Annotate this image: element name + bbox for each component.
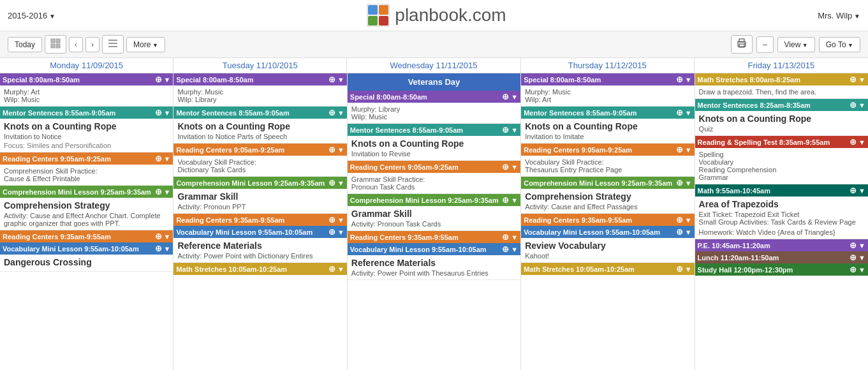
expand-icon[interactable]: ▼	[337, 146, 344, 154]
expand-icon[interactable]: ▼	[337, 179, 344, 187]
lesson-header[interactable]: Reading Centers 9:05am-9:25am ⊕ ▼	[0, 152, 173, 165]
lesson-header[interactable]: Reading & Spelling Test 8:35am-9:55am ⊕ …	[695, 136, 868, 148]
lesson-header[interactable]: Comprehension Mini Lesson 9:25am-9:35am …	[521, 177, 694, 189]
expand-icon[interactable]: ▼	[164, 155, 171, 163]
move-icon[interactable]: ⊕	[502, 195, 509, 205]
lesson-header[interactable]: Reading Centers 9:35am-9:55am ⊕ ▼	[0, 230, 173, 242]
move-icon[interactable]: ⊕	[676, 227, 683, 237]
lesson-header[interactable]: Special 8:00am-8:50am ⊕ ▼	[0, 73, 173, 85]
today-button[interactable]: Today	[8, 37, 42, 52]
goto-button[interactable]: Go To	[819, 37, 860, 52]
expand-icon[interactable]: ▼	[164, 245, 171, 253]
lesson-header[interactable]: Math Stretches 10:05am-10:25am ⊕ ▼	[521, 263, 694, 275]
expand-icon[interactable]: ▼	[164, 188, 171, 196]
lesson-header[interactable]: Special 8:00am-8:50am ⊕ ▼	[348, 91, 520, 103]
move-icon[interactable]: ⊕	[328, 108, 335, 117]
move-icon[interactable]: ⊕	[502, 125, 509, 135]
lesson-header[interactable]: Reading Centers 9:05am-9:25am ⊕ ▼	[521, 144, 694, 156]
lesson-header[interactable]: Reading Centers 9:35am-9:55am ⊕ ▼	[348, 231, 520, 243]
expand-icon[interactable]: ▼	[858, 76, 865, 84]
move-icon[interactable]: ⊕	[850, 137, 857, 147]
move-icon[interactable]: ⊕	[328, 227, 335, 237]
expand-icon[interactable]: ▼	[164, 109, 171, 117]
expand-icon[interactable]: ▼	[685, 146, 692, 154]
expand-icon[interactable]: ▼	[164, 76, 171, 84]
expand-icon[interactable]: ▼	[685, 109, 692, 117]
lesson-header[interactable]: Mentor Sentences 8:55am-9:05am ⊕ ▼	[348, 124, 520, 136]
lesson-header[interactable]: Vocabulary Mini Lesson 9:55am-10:05am ⊕ …	[348, 243, 520, 255]
move-icon[interactable]: ⊕	[850, 100, 857, 110]
expand-icon[interactable]: ▼	[858, 254, 865, 262]
lesson-header[interactable]: Reading Centers 9:35am-9:55am ⊕ ▼	[521, 214, 694, 226]
move-icon[interactable]: ⊕	[850, 253, 857, 262]
list-view-icon[interactable]	[102, 35, 124, 54]
view-button[interactable]: View	[777, 37, 815, 52]
move-icon[interactable]: ⊕	[328, 178, 335, 188]
move-icon[interactable]: ⊕	[155, 108, 162, 117]
lesson-header[interactable]: Reading Centers 9:05am-9:25am ⊕ ▼	[348, 161, 520, 173]
lesson-header[interactable]: Comprehension Mini Lesson 9:25am-9:35am …	[348, 194, 520, 206]
move-icon[interactable]: ⊕	[502, 162, 509, 172]
more-button[interactable]: More	[126, 37, 165, 52]
move-icon[interactable]: ⊕	[676, 264, 683, 274]
expand-icon[interactable]: ▼	[685, 265, 692, 273]
move-icon[interactable]: ⊕	[676, 178, 683, 188]
move-icon[interactable]: ⊕	[676, 215, 683, 225]
move-icon[interactable]: ⊕	[328, 215, 335, 225]
user-selector[interactable]: Mrs. Wilp	[818, 11, 860, 20]
expand-icon[interactable]: ▼	[858, 242, 865, 249]
prev-button[interactable]: ‹	[69, 37, 83, 52]
move-icon[interactable]: ⊕	[502, 232, 509, 242]
expand-icon[interactable]: ▼	[685, 179, 692, 187]
year-selector[interactable]: 2015-2016	[8, 11, 55, 20]
expand-icon[interactable]: ▼	[858, 138, 865, 146]
calendar-grid-icon[interactable]	[45, 35, 66, 54]
expand-icon[interactable]: ▼	[337, 265, 344, 273]
move-icon[interactable]: ⊕	[850, 241, 857, 250]
lesson-header[interactable]: Comprehension Mini Lesson 9:25am-9:35am …	[0, 186, 173, 198]
lesson-header[interactable]: Mentor Sentences 8:55am-9:05am ⊕ ▼	[173, 107, 346, 119]
zoom-out-button[interactable]: −	[756, 36, 773, 53]
expand-icon[interactable]: ▼	[511, 234, 518, 241]
next-button[interactable]: ›	[85, 37, 99, 52]
lesson-header[interactable]: Vocabulary Mini Lesson 9:55am-10:05am ⊕ …	[521, 226, 694, 238]
move-icon[interactable]: ⊕	[502, 244, 509, 254]
expand-icon[interactable]: ▼	[164, 233, 171, 241]
lesson-header[interactable]: Lunch 11:20am-11:50am ⊕ ▼	[695, 251, 868, 264]
expand-icon[interactable]: ▼	[337, 109, 344, 117]
lesson-header[interactable]: Special 8:00am-8:50am ⊕ ▼	[521, 73, 694, 85]
lesson-header[interactable]: Study Hall 12:00pm-12:30pm ⊕ ▼	[695, 264, 868, 276]
lesson-header[interactable]: Mentor Sentences 8:55am-9:05am ⊕ ▼	[0, 107, 173, 119]
expand-icon[interactable]: ▼	[337, 76, 344, 84]
expand-icon[interactable]: ▼	[685, 216, 692, 224]
move-icon[interactable]: ⊕	[850, 75, 857, 84]
lesson-header[interactable]: Vocabulary Mini Lesson 9:55am-10:05am ⊕ …	[173, 226, 346, 238]
expand-icon[interactable]: ▼	[511, 126, 518, 134]
move-icon[interactable]: ⊕	[155, 244, 162, 253]
lesson-header[interactable]: Vocabulary Mini Lesson 9:55am-10:05am ⊕ …	[0, 242, 173, 255]
lesson-header[interactable]: Comprehension Mini Lesson 9:25am-9:35am …	[173, 177, 346, 189]
lesson-header[interactable]: P.E. 10:45am-11:20am ⊕ ▼	[695, 239, 868, 251]
move-icon[interactable]: ⊕	[676, 145, 683, 154]
expand-icon[interactable]: ▼	[858, 101, 865, 109]
expand-icon[interactable]: ▼	[511, 197, 518, 204]
move-icon[interactable]: ⊕	[328, 264, 335, 274]
move-icon[interactable]: ⊕	[502, 92, 509, 101]
move-icon[interactable]: ⊕	[155, 187, 162, 197]
lesson-header[interactable]: Math 9:55am-10:45am ⊕ ▼	[695, 184, 868, 197]
expand-icon[interactable]: ▼	[858, 187, 865, 195]
expand-icon[interactable]: ▼	[858, 266, 865, 274]
lesson-header[interactable]: Reading Centers 9:35am-9:55am ⊕ ▼	[173, 214, 346, 226]
lesson-header[interactable]: Math Stretches 8:00am-8:25am ⊕ ▼	[695, 73, 868, 85]
print-button[interactable]	[731, 35, 753, 54]
move-icon[interactable]: ⊕	[328, 145, 335, 154]
lesson-header[interactable]: Math Stretches 10:05am-10:25am ⊕ ▼	[173, 263, 346, 275]
move-icon[interactable]: ⊕	[155, 232, 162, 241]
expand-icon[interactable]: ▼	[337, 216, 344, 224]
move-icon[interactable]: ⊕	[155, 154, 162, 163]
move-icon[interactable]: ⊕	[850, 186, 857, 195]
expand-icon[interactable]: ▼	[511, 246, 518, 253]
expand-icon[interactable]: ▼	[511, 93, 518, 101]
move-icon[interactable]: ⊕	[328, 75, 335, 84]
expand-icon[interactable]: ▼	[685, 228, 692, 236]
